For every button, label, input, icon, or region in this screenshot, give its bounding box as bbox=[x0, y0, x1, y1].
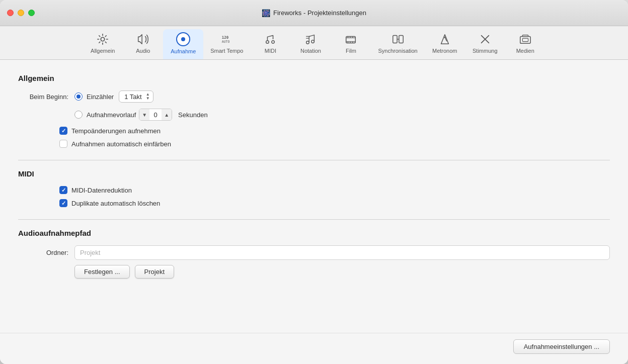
aufnahmevorlauf-label: Aufnahmevorlauf bbox=[87, 111, 136, 119]
datenreduktion-row: MIDI-Datenreduktion bbox=[18, 186, 610, 194]
tempo-checkbox[interactable] bbox=[59, 127, 67, 135]
tab-notation[interactable]: Notation bbox=[290, 30, 331, 59]
einzaehler-label: Einzähler bbox=[87, 93, 114, 101]
tab-allgemein-label: Allgemein bbox=[91, 48, 115, 54]
tab-synchronisation[interactable]: Synchronisation bbox=[371, 30, 424, 59]
tab-synchronisation-label: Synchronisation bbox=[378, 48, 417, 54]
tab-allgemein[interactable]: Allgemein bbox=[83, 30, 123, 59]
duplikate-row: Duplikate automatisch löschen bbox=[18, 199, 610, 207]
allgemein-section: Allgemein Beim Beginn: Einzähler 1 Takt … bbox=[18, 74, 610, 148]
stepper-down-btn[interactable]: ▼ bbox=[139, 109, 149, 120]
maximize-button[interactable] bbox=[28, 10, 35, 16]
svg-point-5 bbox=[306, 41, 309, 44]
toolbar: Allgemein Audio Aufnahme 120 AUTO Smart … bbox=[0, 26, 628, 60]
tab-stimmung-label: Stimmung bbox=[473, 48, 498, 54]
ordner-label: Ordner: bbox=[18, 249, 68, 256]
stepper-value: 0 bbox=[149, 110, 162, 120]
titlebar: 🎆 Fireworks - Projekteinstellungen bbox=[0, 0, 628, 26]
arrow-down: ▼ bbox=[146, 97, 150, 101]
beim-beginn-row: Beim Beginn: Einzähler 1 Takt ▲ ▼ bbox=[18, 90, 610, 103]
projekt-button[interactable]: Projekt bbox=[135, 265, 174, 279]
ordner-placeholder: Projekt bbox=[80, 249, 100, 256]
audio-btn-row: Festlegen ... Projekt bbox=[18, 265, 610, 279]
footer: Aufnahmeeinstellungen ... bbox=[0, 333, 628, 364]
midi-section: MIDI MIDI-Datenreduktion Duplikate autom… bbox=[18, 169, 610, 207]
svg-rect-22 bbox=[522, 38, 528, 41]
einzaehler-radio[interactable] bbox=[74, 93, 83, 101]
minimize-button[interactable] bbox=[18, 10, 24, 16]
festlegen-button[interactable]: Festlegen ... bbox=[74, 265, 130, 279]
svg-point-6 bbox=[311, 40, 315, 43]
tempo-row: Tempoänderungen aufnehmen bbox=[18, 127, 610, 135]
svg-point-4 bbox=[272, 41, 275, 44]
dropdown-arrows: ▲ ▼ bbox=[146, 93, 150, 101]
duplikate-label: Duplikate automatisch löschen bbox=[71, 200, 160, 207]
beim-beginn-label: Beim Beginn: bbox=[18, 93, 68, 101]
window-icon: 🎆 bbox=[262, 9, 270, 17]
tab-medien[interactable]: Medien bbox=[505, 30, 545, 59]
tab-stimmung[interactable]: Stimmung bbox=[465, 30, 505, 59]
traffic-lights bbox=[7, 10, 35, 16]
tab-film-label: Film bbox=[346, 48, 356, 54]
allgemein-title: Allgemein bbox=[18, 74, 610, 82]
datenreduktion-label: MIDI-Datenreduktion bbox=[71, 187, 132, 194]
svg-rect-7 bbox=[346, 36, 356, 43]
main-window: 🎆 Fireworks - Projekteinstellungen Allge… bbox=[0, 0, 628, 364]
audio-section: Audioaufnahmepfad Ordner: Projekt Festle… bbox=[18, 229, 610, 279]
stepper-up-btn[interactable]: ▲ bbox=[162, 109, 172, 120]
record-icon-circle bbox=[176, 32, 190, 46]
aufnahmevorlauf-radio[interactable] bbox=[74, 111, 83, 119]
einfaerben-row: Aufnahmen automatisch einfärben bbox=[18, 140, 610, 148]
tab-metronom[interactable]: Metronom bbox=[425, 30, 465, 59]
svg-rect-16 bbox=[392, 36, 397, 43]
aufnahmeeinstellungen-button[interactable]: Aufnahmeeinstellungen ... bbox=[513, 339, 610, 354]
audio-title: Audioaufnahmepfad bbox=[18, 229, 610, 237]
close-button[interactable] bbox=[7, 10, 14, 16]
svg-text:AUTO: AUTO bbox=[222, 40, 230, 44]
datenreduktion-checkbox[interactable] bbox=[59, 186, 67, 194]
tab-film[interactable]: Film bbox=[331, 30, 371, 59]
svg-point-3 bbox=[266, 41, 269, 44]
divider-2 bbox=[18, 219, 610, 220]
tab-metronom-label: Metronom bbox=[432, 48, 457, 54]
vorlauf-stepper: ▼ 0 ▲ bbox=[139, 109, 172, 121]
svg-rect-17 bbox=[399, 36, 403, 43]
takt-value: 1 Takt bbox=[124, 93, 141, 101]
tab-medien-label: Medien bbox=[516, 48, 534, 54]
svg-rect-21 bbox=[520, 36, 530, 43]
tab-aufnahme[interactable]: Aufnahme bbox=[163, 29, 203, 59]
content-area: Allgemein Beim Beginn: Einzähler 1 Takt … bbox=[0, 60, 628, 333]
einfaerben-checkbox[interactable] bbox=[59, 140, 67, 148]
aufnahmevorlauf-row: Aufnahmevorlauf ▼ 0 ▲ Sekunden bbox=[18, 109, 610, 121]
einfaerben-label: Aufnahmen automatisch einfärben bbox=[71, 140, 171, 148]
divider-1 bbox=[18, 160, 610, 160]
duplikate-checkbox[interactable] bbox=[59, 199, 67, 207]
midi-title: MIDI bbox=[18, 169, 610, 178]
ordner-row: Ordner: Projekt bbox=[18, 245, 610, 260]
sekunden-label: Sekunden bbox=[178, 111, 208, 119]
tab-aufnahme-label: Aufnahme bbox=[171, 48, 196, 54]
tab-audio[interactable]: Audio bbox=[123, 30, 163, 59]
tab-audio-label: Audio bbox=[136, 48, 150, 54]
tab-smart-tempo[interactable]: 120 AUTO Smart Tempo bbox=[203, 30, 250, 59]
tab-smart-tempo-label: Smart Tempo bbox=[210, 48, 243, 54]
aufnahmevorlauf-radio-group: Aufnahmevorlauf bbox=[74, 111, 136, 119]
takt-dropdown[interactable]: 1 Takt ▲ ▼ bbox=[119, 90, 153, 103]
tab-notation-label: Notation bbox=[300, 48, 321, 54]
tab-midi-label: MIDI bbox=[265, 48, 276, 54]
einzaehler-radio-group: Einzähler bbox=[74, 93, 114, 101]
svg-point-0 bbox=[101, 37, 105, 41]
svg-point-20 bbox=[444, 37, 445, 38]
window-title: 🎆 Fireworks - Projekteinstellungen bbox=[262, 9, 366, 17]
tab-midi[interactable]: MIDI bbox=[250, 30, 290, 59]
record-dot bbox=[181, 37, 185, 41]
ordner-input[interactable]: Projekt bbox=[74, 245, 610, 260]
tempo-label: Tempoänderungen aufnehmen bbox=[71, 127, 161, 135]
